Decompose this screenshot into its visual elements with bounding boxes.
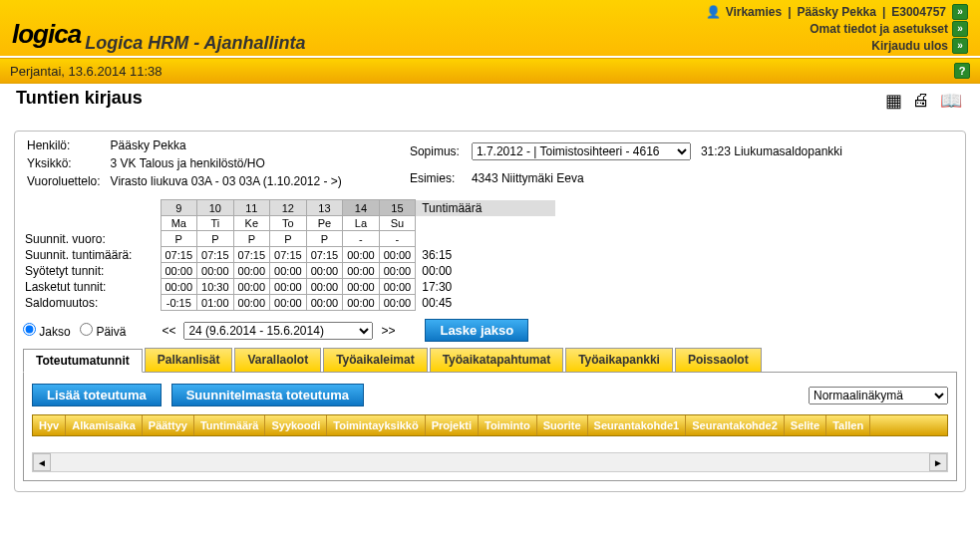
col-seurantakohde2[interactable]: Seurantakohde2 bbox=[686, 415, 785, 435]
day-13[interactable]: 13 bbox=[306, 200, 343, 216]
totals-label: Tuntimäärä bbox=[416, 200, 555, 216]
col-seurantakohde1[interactable]: Seurantakohde1 bbox=[588, 415, 687, 435]
tab-toteutumatunnit[interactable]: Toteutumatunnit bbox=[23, 349, 143, 373]
roster-value: Virasto liukuva 03A - 03 03A (1.10.2012 … bbox=[107, 173, 346, 189]
day-9[interactable]: 9 bbox=[161, 200, 197, 216]
tab-tyoaikapankki[interactable]: Työaikapankki bbox=[565, 348, 673, 372]
header-right: 👤 Virkamies | Pääsky Pekka | E3004757 » … bbox=[706, 4, 968, 54]
day-11[interactable]: 11 bbox=[233, 200, 270, 216]
unit-value: 3 VK Talous ja henkilöstö/HO bbox=[107, 155, 346, 171]
day-12[interactable]: 12 bbox=[270, 200, 307, 216]
logout-forward-icon[interactable]: » bbox=[952, 38, 968, 54]
user-code: E3004757 bbox=[891, 5, 946, 19]
period-select[interactable]: 24 (9.6.2014 - 15.6.2014) bbox=[183, 322, 373, 340]
help-button[interactable]: ? bbox=[954, 63, 970, 79]
info-mid: Sopimus: 1.7.2012 - | Toimistosihteeri -… bbox=[404, 135, 848, 191]
grid-icon[interactable]: ▦ bbox=[885, 90, 902, 112]
contract-label: Sopimus: bbox=[406, 137, 466, 165]
period-next-button[interactable]: >> bbox=[379, 324, 397, 338]
col-alkamisaika[interactable]: Alkamisaika bbox=[66, 415, 143, 435]
scroll-left-icon[interactable]: ◄ bbox=[33, 453, 51, 471]
roster-label: Vuoroluettelo: bbox=[23, 173, 105, 189]
paiva-label[interactable]: Päivä bbox=[96, 325, 126, 339]
date-bar: Perjantai, 13.6.2014 11:38 ? bbox=[0, 58, 980, 84]
supervisor-label: Esimies: bbox=[406, 167, 466, 189]
col-projekti[interactable]: Projekti bbox=[426, 415, 479, 435]
tab-panel: Lisää toteutuma Suunnitelmasta toteutuma… bbox=[23, 372, 957, 481]
balance-info: 31:23 Liukumasaldopankki bbox=[697, 137, 846, 165]
tab-tyoaikatapahtumat[interactable]: Työaikatapahtumat bbox=[430, 348, 563, 372]
col-selite[interactable]: Selite bbox=[785, 415, 826, 435]
col-toiminto[interactable]: Toiminto bbox=[479, 415, 537, 435]
period-radio-paiva[interactable] bbox=[80, 323, 93, 336]
contract-select[interactable]: 1.7.2012 - | Toimistosihteeri - 4616 bbox=[472, 142, 691, 160]
tab-poissaolot[interactable]: Poissaolot bbox=[675, 348, 762, 372]
period-radio-jakso[interactable] bbox=[23, 323, 36, 336]
tab-palkanlisat[interactable]: Palkanlisät bbox=[145, 348, 233, 372]
app-title: Logica HRM - Ajanhallinta bbox=[85, 19, 305, 54]
tab-tyoaikaleimat[interactable]: Työaikaleimat bbox=[323, 348, 427, 372]
main-card: Henkilö:Pääsky Pekka Yksikkö:3 VK Talous… bbox=[14, 131, 966, 492]
book-icon[interactable]: 📖 bbox=[940, 90, 962, 112]
user-name: Pääsky Pekka bbox=[798, 5, 876, 19]
date-text: Perjantai, 13.6.2014 11:38 bbox=[10, 64, 163, 79]
col-syykoodi[interactable]: Syykoodi bbox=[265, 415, 327, 435]
unit-label: Yksikkö: bbox=[23, 155, 105, 171]
calculated-label: Lasketut tunnit: bbox=[21, 279, 161, 295]
calculate-period-button[interactable]: Laske jakso bbox=[425, 319, 528, 342]
col-paattyy[interactable]: Päättyy bbox=[143, 415, 194, 435]
page-title: Tuntien kirjaus bbox=[16, 84, 143, 117]
entered-label: Syötetyt tunnit: bbox=[21, 263, 161, 279]
col-suorite[interactable]: Suorite bbox=[537, 415, 588, 435]
settings-forward-icon[interactable]: » bbox=[952, 21, 968, 37]
planned-shift-label: Suunnit. vuoro: bbox=[21, 231, 161, 247]
tab-varallaolot[interactable]: Varallaolot bbox=[234, 348, 321, 372]
person-label: Henkilö: bbox=[23, 137, 105, 153]
day-14[interactable]: 14 bbox=[343, 200, 380, 216]
day-15[interactable]: 15 bbox=[379, 200, 416, 216]
header: logica Logica HRM - Ajanhallinta 👤 Virka… bbox=[0, 0, 980, 56]
column-headers: Hyv Alkamisaika Päättyy Tuntimäärä Syyko… bbox=[32, 414, 948, 436]
person-value: Pääsky Pekka bbox=[107, 137, 346, 153]
horizontal-scrollbar[interactable]: ◄ ► bbox=[32, 452, 948, 472]
logo: logica bbox=[4, 15, 89, 54]
scroll-right-icon[interactable]: ► bbox=[929, 453, 947, 471]
period-prev-button[interactable]: << bbox=[160, 324, 177, 338]
user-icon: 👤 bbox=[706, 5, 720, 19]
info-left: Henkilö:Pääsky Pekka Yksikkö:3 VK Talous… bbox=[21, 135, 348, 191]
planned-hours-label: Suunnit. tuntimäärä: bbox=[21, 247, 161, 263]
day-10[interactable]: 10 bbox=[197, 200, 234, 216]
print-icon[interactable]: 🖨 bbox=[912, 90, 930, 112]
from-plan-button[interactable]: Suunnitelmasta toteutuma bbox=[171, 384, 364, 406]
view-select[interactable]: Normaalinäkymä bbox=[809, 387, 948, 404]
col-toimintayksikko[interactable]: Toimintayksikkö bbox=[327, 415, 425, 435]
col-tallen[interactable]: Tallen bbox=[826, 415, 870, 435]
week-grid: 9 10 11 12 13 14 15 Tuntimäärä Ma Ti Ke … bbox=[21, 199, 959, 311]
user-forward-icon[interactable]: » bbox=[952, 4, 968, 20]
logout-link[interactable]: Kirjaudu ulos bbox=[871, 39, 948, 53]
balance-label: Saldomuutos: bbox=[21, 295, 161, 311]
col-hyv[interactable]: Hyv bbox=[33, 415, 66, 435]
add-actual-button[interactable]: Lisää toteutuma bbox=[32, 384, 162, 406]
user-role: Virkamies bbox=[726, 5, 783, 19]
col-tuntimaara[interactable]: Tuntimäärä bbox=[194, 415, 265, 435]
jakso-label[interactable]: Jakso bbox=[39, 325, 70, 339]
settings-link[interactable]: Omat tiedot ja asetukset bbox=[810, 22, 948, 36]
tabs: Toteutumatunnit Palkanlisät Varallaolot … bbox=[23, 348, 957, 373]
supervisor-value: 4343 Niittymäki Eeva bbox=[468, 167, 695, 189]
